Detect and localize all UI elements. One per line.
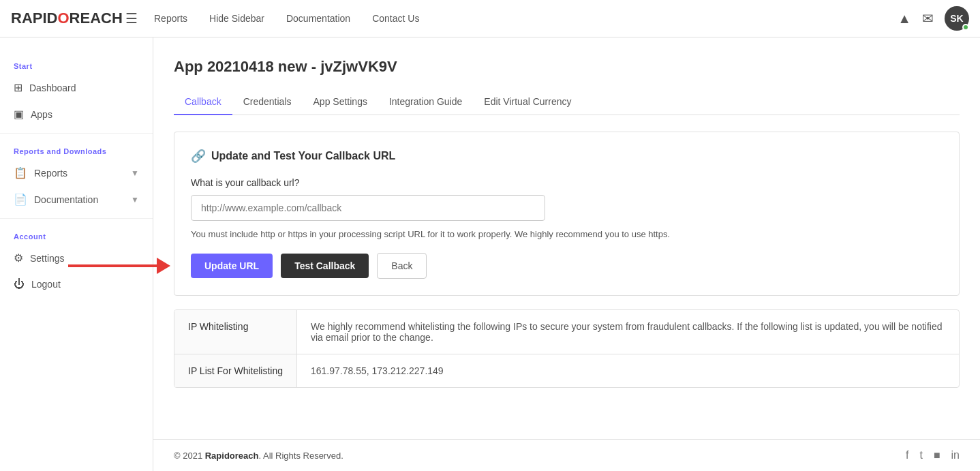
- mail-icon[interactable]: ✉: [922, 10, 934, 27]
- footer-rights: . All Rights Reserved.: [258, 451, 343, 461]
- main-content: App 20210418 new - jvZjwVK9V Callback Cr…: [153, 37, 980, 439]
- logo-rapid: RAPID: [11, 10, 57, 27]
- navbar-link-documentation[interactable]: Documentation: [286, 13, 350, 24]
- navbar: RAPIDOREACH ☰ Reports Hide Sidebar Docum…: [0, 0, 980, 37]
- linkedin-icon[interactable]: in: [951, 449, 960, 461]
- navbar-link-contact[interactable]: Contact Us: [372, 13, 419, 24]
- apps-icon: ▣: [14, 108, 24, 121]
- ip-table-row-whitelisting: IP Whitelisting We highly recommend whit…: [174, 310, 959, 354]
- navbar-links: Reports Hide Sidebar Documentation Conta…: [154, 13, 898, 24]
- sidebar-item-logout-label: Logout: [31, 279, 139, 290]
- red-arrow: [68, 258, 170, 274]
- avatar[interactable]: SK: [945, 6, 969, 31]
- dashboard-icon: ⊞: [14, 81, 22, 94]
- documentation-icon: 📄: [14, 193, 27, 206]
- page-title: App 20210418 new - jvZjwVK9V: [174, 58, 960, 76]
- ip-whitelisting-value: We highly recommend whitelisting the fol…: [297, 310, 959, 354]
- navbar-right: ▲ ✉ SK: [898, 6, 969, 31]
- arrow-line: [68, 264, 157, 267]
- tab-credentials[interactable]: Credentials: [232, 89, 303, 115]
- sidebar-item-dashboard-label: Dashboard: [29, 82, 139, 93]
- form-label: What is your callback url?: [191, 177, 943, 188]
- footer-copyright: © 2021 Rapidoreach. All Rights Reserved.: [174, 451, 343, 461]
- arrow-head: [157, 258, 170, 274]
- ip-list-label: IP List For Whitelisting: [174, 354, 297, 387]
- facebook-icon[interactable]: f: [906, 449, 908, 461]
- sidebar-section-account: Account: [0, 224, 153, 245]
- layout: Start ⊞ Dashboard ▣ Apps Reports and Dow…: [0, 37, 980, 439]
- ip-table-row-list: IP List For Whitelisting 161.97.78.55, 1…: [174, 354, 959, 387]
- navbar-link-hide-sidebar[interactable]: Hide Sidebar: [209, 13, 264, 24]
- sidebar-item-reports-label: Reports: [34, 168, 124, 179]
- tab-app-settings[interactable]: App Settings: [303, 89, 378, 115]
- card-title: 🔗 Update and Test Your Callback URL: [191, 149, 943, 164]
- sidebar: Start ⊞ Dashboard ▣ Apps Reports and Dow…: [0, 37, 153, 471]
- logo-o: O: [57, 10, 69, 27]
- footer-brand: Rapidoreach: [205, 451, 259, 461]
- avatar-initials: SK: [950, 13, 963, 24]
- callback-url-input[interactable]: [191, 195, 545, 221]
- settings-icon: ⚙: [14, 252, 23, 264]
- sidebar-section-reports: Reports and Downloads: [0, 139, 153, 159]
- ip-list-value: 161.97.78.55, 173.212.227.149: [297, 354, 959, 387]
- sidebar-item-dashboard[interactable]: ⊞ Dashboard: [0, 74, 153, 101]
- footer-social: f t ■ in: [906, 449, 960, 461]
- tab-integration-guide[interactable]: Integration Guide: [378, 89, 473, 115]
- sidebar-item-documentation[interactable]: 📄 Documentation ▼: [0, 186, 153, 213]
- reports-icon: 📋: [14, 166, 27, 179]
- tab-callback[interactable]: Callback: [174, 89, 232, 115]
- card-title-text: Update and Test Your Callback URL: [211, 150, 395, 162]
- menu-icon[interactable]: ☰: [125, 10, 138, 27]
- link-icon: 🔗: [191, 149, 206, 164]
- footer-copy-text: © 2021: [174, 451, 205, 461]
- logo-reach: REACH: [70, 10, 123, 27]
- tab-edit-virtual-currency[interactable]: Edit Virtual Currency: [473, 89, 582, 115]
- form-hint: You must include http or https in your p…: [191, 229, 943, 239]
- bell-icon[interactable]: ▲: [898, 11, 911, 27]
- twitter-icon[interactable]: t: [919, 449, 922, 461]
- sidebar-item-apps[interactable]: ▣ Apps: [0, 101, 153, 127]
- logo: RAPIDOREACH: [11, 10, 120, 27]
- navbar-link-reports[interactable]: Reports: [154, 13, 187, 24]
- sidebar-item-documentation-label: Documentation: [34, 194, 124, 205]
- sidebar-item-logout[interactable]: ⏻ Logout: [0, 271, 153, 297]
- logout-icon: ⏻: [14, 278, 25, 290]
- ip-table: IP Whitelisting We highly recommend whit…: [174, 309, 960, 388]
- avatar-online-dot: [962, 24, 969, 31]
- update-url-button[interactable]: Update URL: [191, 254, 273, 278]
- instagram-icon[interactable]: ■: [934, 449, 940, 461]
- sidebar-item-apps-label: Apps: [31, 109, 139, 120]
- sidebar-divider-1: [0, 133, 153, 134]
- test-callback-button[interactable]: Test Callback: [281, 254, 369, 278]
- callback-card: 🔗 Update and Test Your Callback URL What…: [174, 132, 960, 296]
- sidebar-divider-2: [0, 218, 153, 219]
- sidebar-item-reports[interactable]: 📋 Reports ▼: [0, 159, 153, 186]
- sidebar-section-start: Start: [0, 54, 153, 74]
- documentation-arrow-icon: ▼: [131, 195, 139, 204]
- button-row: Update URL Test Callback Back: [191, 253, 943, 279]
- ip-whitelisting-label: IP Whitelisting: [174, 310, 297, 354]
- back-button[interactable]: Back: [377, 253, 427, 279]
- reports-arrow-icon: ▼: [131, 168, 139, 178]
- tabs: Callback Credentials App Settings Integr…: [174, 89, 960, 115]
- footer: © 2021 Rapidoreach. All Rights Reserved.…: [153, 439, 980, 471]
